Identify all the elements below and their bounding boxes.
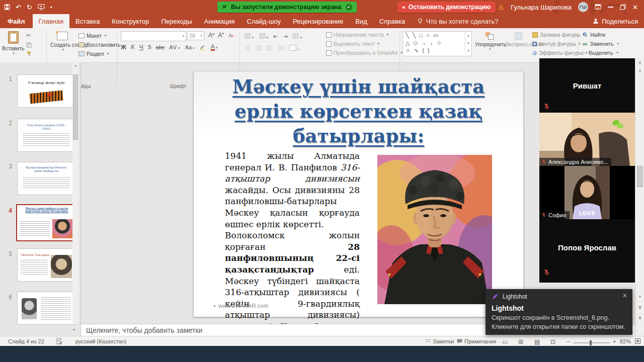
font-size-combobox[interactable]: 28▾ <box>187 31 204 40</box>
toast-close-icon[interactable]: ✕ <box>622 292 627 299</box>
decrease-font-icon[interactable]: A▾ <box>218 32 224 39</box>
slide-thumbnail-4-selected[interactable]: Мәскеу үшін шайқаста ерлік көрсеткен қаз… <box>16 204 77 241</box>
zoom-percentage[interactable]: 82% <box>620 338 631 344</box>
tab-animations[interactable]: Анимация <box>198 14 241 28</box>
participant-tile[interactable]: LOVE София <box>539 166 635 219</box>
font-name-combobox[interactable]: ▾ <box>121 31 186 41</box>
tab-transitions[interactable]: Переходы <box>155 14 198 28</box>
align-left-button[interactable] <box>245 46 251 51</box>
slide-canvas[interactable]: Мәскеу үшін шайқаста ерлік көрсеткен қаз… <box>194 71 523 317</box>
start-slideshow-icon[interactable] <box>38 4 45 10</box>
toast-line1[interactable]: Скриншот сохранён в Screenshot_6.png. <box>492 314 609 321</box>
increase-font-icon[interactable]: A▴ <box>208 32 214 39</box>
slide-thumbnail-1[interactable]: 9 мамыр жеңіс күні ★ <box>17 74 75 108</box>
clear-formatting-icon[interactable]: A <box>228 32 234 38</box>
panfilov-portrait-image[interactable] <box>377 155 492 304</box>
arrange-button[interactable]: Упорядочить ▾ <box>475 32 504 51</box>
tab-help[interactable]: Справка <box>373 14 411 28</box>
slide-title[interactable]: Мәскеу үшін шайқаста ерлік көрсеткен қаз… <box>201 74 516 148</box>
text-direction-button[interactable]: Направление текста▾ <box>326 32 403 38</box>
tab-insert[interactable]: Вставка <box>69 14 106 28</box>
view-slideshow-button[interactable]: ⊡ <box>550 338 555 345</box>
restore-button[interactable] <box>620 4 626 10</box>
find-button[interactable]: Найти <box>583 32 619 38</box>
lightshot-notification[interactable]: Lightshot ✕ Lightshot Скриншот сохранён … <box>486 289 632 335</box>
bold-button[interactable]: Ж <box>121 44 126 51</box>
italic-button[interactable]: К <box>131 43 135 51</box>
customize-quick-access-icon[interactable]: ▾ <box>50 5 52 10</box>
view-reading-button[interactable]: ▤ <box>534 338 540 345</box>
shape-icons-row[interactable]: △ ◇ → ↓ ☆ <box>406 39 471 47</box>
gallery-more-icon[interactable]: ▾ <box>465 47 471 54</box>
save-icon[interactable] <box>4 4 10 10</box>
highlight-color-button[interactable] <box>199 44 206 50</box>
tab-view[interactable]: Вид <box>349 14 373 28</box>
zoom-slider-track[interactable] <box>574 342 610 343</box>
scrollbar-thumb[interactable] <box>637 166 643 187</box>
reset-button[interactable]: Восстановить <box>78 42 120 48</box>
collapse-ribbon-icon[interactable]: ∧ <box>635 58 644 66</box>
scroll-up-icon[interactable]: ▴ <box>72 63 78 67</box>
thumbnail-scroll-down-button[interactable]: ▾ <box>69 326 78 334</box>
underline-button[interactable]: Ч <box>139 44 143 51</box>
thumbnail-scrollbar[interactable]: ▴ <box>72 63 78 324</box>
align-text-button[interactable]: Выровнять текст▾ <box>326 41 403 47</box>
stop-share-button[interactable]: ■ Остановить демонстрацию <box>397 2 496 13</box>
shape-icons-row[interactable]: ☆ ∿ { } <box>406 47 471 54</box>
previous-slide-button[interactable]: ⇞ <box>635 304 644 312</box>
tell-me-box[interactable]: Что вы хотите сделать? <box>411 14 505 28</box>
bullets-button[interactable]: ▾ <box>245 32 254 41</box>
minimize-button[interactable] <box>608 7 613 8</box>
shapes-gallery[interactable]: ╲ ╲ □ ○ ▭ △ ◇ → ↓ ☆ ☆ ∿ { } ▴ ▾ ▾ <box>403 31 472 56</box>
share-button[interactable]: Поделиться <box>593 14 638 28</box>
zoom-slider-thumb[interactable] <box>590 340 592 345</box>
tab-file[interactable]: Файл <box>0 14 33 28</box>
font-color-button[interactable]: А▾ <box>211 43 218 51</box>
avatar[interactable]: ГШ <box>578 2 588 12</box>
gallery-down-icon[interactable]: ▾ <box>465 39 471 47</box>
language-indicator[interactable]: русский (Казахстан) <box>75 338 126 344</box>
account-name[interactable]: Гульнара Шарипова <box>511 4 572 11</box>
shape-fill-button[interactable]: Заливка фигуры▾ <box>532 32 588 38</box>
character-spacing-button[interactable]: AV▾ <box>169 44 180 50</box>
gallery-up-icon[interactable]: ▴ <box>465 32 471 39</box>
next-slide-button[interactable]: ⇟ <box>635 314 644 322</box>
select-button[interactable]: ▷ Выделить▾ <box>583 50 619 56</box>
layout-button[interactable]: Макет▾ <box>78 33 120 39</box>
slide-thumbnail-6[interactable] <box>17 292 75 325</box>
shape-icons-row[interactable]: ╲ ╲ □ ○ ▭ <box>406 32 471 39</box>
accessibility-checker-icon[interactable] <box>56 338 62 344</box>
tab-slideshow[interactable]: Слайд-шоу <box>241 14 287 28</box>
fit-to-window-button[interactable] <box>635 338 640 344</box>
text-shadow-button[interactable]: S <box>148 43 151 51</box>
convert-smartart-button[interactable]: Преобразовать в SmartArt▾ <box>326 50 403 56</box>
ribbon-display-options-icon[interactable] <box>595 4 601 10</box>
shape-effects-button[interactable]: Эффекты фигуры▾ <box>532 50 588 56</box>
decrease-indent-icon[interactable]: ⇤ <box>273 33 278 40</box>
line-spacing-button[interactable]: ▾ <box>292 32 302 41</box>
redo-icon[interactable]: ↻ <box>27 4 32 11</box>
tab-review[interactable]: Рецензирование <box>287 14 349 28</box>
view-sorter-button[interactable]: ⊞ <box>518 338 523 345</box>
copy-icon[interactable] <box>26 42 32 48</box>
zoom-in-button[interactable]: + <box>613 338 616 344</box>
scroll-down-icon[interactable]: ▾ <box>635 293 644 301</box>
format-painter-icon[interactable] <box>26 51 32 57</box>
justify-button[interactable] <box>278 46 284 51</box>
warning-icon[interactable]: ⚠ <box>498 4 504 11</box>
align-center-button[interactable] <box>256 46 262 51</box>
view-normal-button[interactable]: ▭ <box>502 338 508 345</box>
participant-tile[interactable]: Попов Ярослав <box>539 219 635 283</box>
numbering-button[interactable]: ▾ <box>259 32 269 41</box>
zoom-out-button[interactable]: − <box>567 338 570 344</box>
strikethrough-button[interactable]: abc <box>156 44 165 50</box>
new-slide-button[interactable]: ★ Создать слайд ▾ <box>50 31 74 52</box>
close-button[interactable]: ✕ <box>632 4 638 11</box>
comments-toggle[interactable]: Примечания <box>457 338 497 344</box>
columns-button[interactable]: ▾ <box>289 44 299 53</box>
slide-counter[interactable]: Слайд 4 из 22 <box>8 338 44 344</box>
scrollbar-thumb[interactable] <box>73 74 78 140</box>
align-right-button[interactable] <box>267 46 273 51</box>
slide-thumbnail-3[interactable]: Қазақстандықтар Мәскеу үшін шайқаста <box>17 162 75 195</box>
replace-button[interactable]: ab Заменить▾ <box>583 41 619 47</box>
